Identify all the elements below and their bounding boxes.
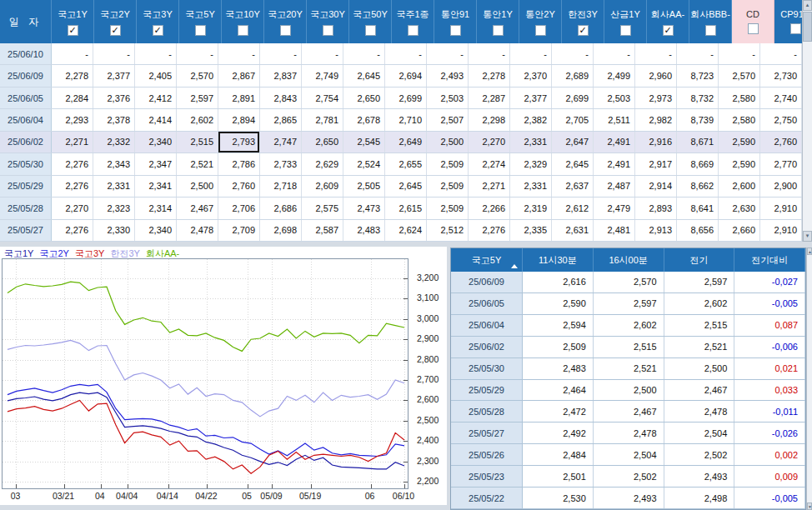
rate-cell[interactable]: 2,491 bbox=[594, 132, 635, 152]
rate-cell[interactable]: 2,973 bbox=[635, 88, 677, 108]
rate-cell[interactable]: 2,867 bbox=[218, 65, 260, 86]
change-cell[interactable]: -0,005 bbox=[734, 293, 805, 314]
rate-cell[interactable]: 2,750 bbox=[760, 109, 802, 130]
change-cell[interactable]: -0,005 bbox=[734, 488, 805, 508]
change-cell[interactable]: 0,021 bbox=[734, 358, 805, 379]
rate-cell[interactable]: 2,747 bbox=[260, 132, 302, 152]
column-header-한전3Y[interactable]: 한전3Y✓ bbox=[562, 0, 604, 43]
rate-cell[interactable]: 2,414 bbox=[135, 109, 177, 130]
column-header-국고10Y[interactable]: 국고10Y bbox=[222, 0, 264, 43]
value-cell[interactable]: 2,570 bbox=[594, 272, 664, 292]
detail-date-cell[interactable]: 25/06/05 bbox=[451, 293, 523, 314]
detail-date-cell[interactable]: 25/05/29 bbox=[451, 380, 523, 401]
change-cell[interactable]: -0,027 bbox=[734, 272, 805, 292]
rate-cell[interactable]: 2,706 bbox=[218, 198, 260, 218]
column-header-산금1Y[interactable]: 산금1Y bbox=[604, 0, 647, 43]
column-checkbox[interactable] bbox=[535, 25, 546, 36]
rate-cell[interactable]: - bbox=[135, 43, 177, 64]
rate-cell[interactable]: 2,412 bbox=[135, 88, 177, 108]
rate-cell[interactable]: 2,893 bbox=[635, 198, 677, 218]
rate-cell[interactable]: - bbox=[719, 43, 760, 64]
rate-cell[interactable]: 2,645 bbox=[552, 153, 594, 174]
value-cell[interactable]: 2,597 bbox=[594, 293, 664, 314]
column-checkbox[interactable] bbox=[620, 25, 631, 36]
rate-cell[interactable]: 2,590 bbox=[719, 132, 760, 152]
rate-cell[interactable]: 2,271 bbox=[469, 176, 510, 197]
rate-cell[interactable]: 2,760 bbox=[218, 176, 260, 197]
column-header-회사BBB-[interactable]: 회사BBB- bbox=[689, 0, 732, 43]
rate-cell[interactable]: - bbox=[302, 43, 343, 64]
rate-cell[interactable]: 2,624 bbox=[385, 220, 427, 241]
value-cell[interactable]: 2,492 bbox=[523, 422, 594, 443]
column-checkbox[interactable] bbox=[408, 25, 419, 36]
date-cell[interactable]: 25/05/28 bbox=[0, 198, 52, 218]
rate-cell[interactable]: 2,278 bbox=[52, 65, 93, 86]
rate-cell[interactable]: 2,615 bbox=[385, 198, 427, 218]
rate-cell[interactable]: 2,982 bbox=[635, 109, 677, 130]
detail-date-cell[interactable]: 25/05/22 bbox=[451, 488, 523, 508]
value-cell[interactable]: 2,500 bbox=[664, 358, 735, 379]
column-header-CD[interactable]: CD bbox=[732, 0, 774, 43]
date-cell[interactable]: 25/06/02 bbox=[0, 132, 52, 152]
rate-cell[interactable]: 2,483 bbox=[343, 220, 385, 241]
date-cell[interactable]: 25/06/04 bbox=[0, 109, 52, 130]
rate-cell[interactable]: 2,660 bbox=[719, 220, 760, 241]
rate-cell[interactable]: 2,891 bbox=[218, 88, 260, 108]
value-cell[interactable]: 2,498 bbox=[664, 488, 735, 508]
rate-cell[interactable]: 2,278 bbox=[469, 65, 510, 86]
rate-cell[interactable]: 2,916 bbox=[635, 132, 677, 152]
change-cell[interactable]: 0,087 bbox=[734, 315, 805, 336]
column-header-통안2Y[interactable]: 통안2Y bbox=[519, 0, 562, 43]
column-checkbox-checked[interactable]: ✓ bbox=[663, 25, 674, 36]
rates-table-scrollbar[interactable]: ▲ ▼ bbox=[802, 0, 812, 242]
rate-cell[interactable]: 2,276 bbox=[52, 153, 93, 174]
rate-cell[interactable]: 2,698 bbox=[260, 220, 302, 241]
rate-cell[interactable]: 2,699 bbox=[552, 88, 594, 108]
rate-cell[interactable]: 2,343 bbox=[93, 153, 135, 174]
rate-cell[interactable]: 2,331 bbox=[510, 132, 552, 152]
rate-cell[interactable]: 2,376 bbox=[93, 88, 135, 108]
rate-cell[interactable]: 2,590 bbox=[719, 153, 760, 174]
rate-cell[interactable]: 2,637 bbox=[552, 176, 594, 197]
rate-cell[interactable]: 2,270 bbox=[52, 198, 93, 218]
rate-cell[interactable]: - bbox=[594, 43, 635, 64]
detail-date-cell[interactable]: 25/05/27 bbox=[451, 422, 523, 443]
value-cell[interactable]: 2,464 bbox=[523, 380, 594, 401]
detail-table-scrollbar[interactable]: ▲ ▼ bbox=[806, 248, 812, 510]
rate-cell[interactable]: 2,266 bbox=[469, 198, 510, 218]
rate-cell[interactable]: 2,473 bbox=[343, 198, 385, 218]
rate-cell[interactable]: 2,377 bbox=[510, 88, 552, 108]
rate-cell[interactable]: 2,503 bbox=[427, 88, 469, 108]
column-header-국고2Y[interactable]: 국고2Y✓ bbox=[94, 0, 137, 43]
rate-cell[interactable]: 2,602 bbox=[177, 109, 218, 130]
rate-cell[interactable]: - bbox=[760, 43, 802, 64]
detail-date-cell[interactable]: 25/05/30 bbox=[451, 358, 523, 379]
rate-cell[interactable]: 2,332 bbox=[93, 132, 135, 152]
rate-cell[interactable]: 2,645 bbox=[385, 176, 427, 197]
rate-cell[interactable]: 2,786 bbox=[218, 153, 260, 174]
rate-cell[interactable]: 2,329 bbox=[510, 153, 552, 174]
rate-cell[interactable]: - bbox=[677, 43, 719, 64]
value-cell[interactable]: 2,597 bbox=[664, 272, 735, 292]
rate-cell[interactable]: 8,662 bbox=[677, 176, 719, 197]
column-checkbox[interactable] bbox=[195, 25, 206, 36]
rate-cell[interactable]: 2,405 bbox=[135, 65, 177, 86]
rate-cell[interactable]: 2,370 bbox=[510, 65, 552, 86]
rate-cell[interactable]: 2,694 bbox=[385, 65, 427, 86]
detail-date-cell[interactable]: 25/05/26 bbox=[451, 444, 523, 465]
rate-cell[interactable]: 8,739 bbox=[677, 109, 719, 130]
rate-cell[interactable]: 2,382 bbox=[510, 109, 552, 130]
change-cell[interactable]: 0,009 bbox=[734, 466, 805, 487]
date-cell[interactable]: 25/06/09 bbox=[0, 65, 52, 86]
rate-cell[interactable]: 2,500 bbox=[177, 176, 218, 197]
rate-cell[interactable]: - bbox=[218, 43, 260, 64]
rate-cell[interactable]: 8,641 bbox=[677, 198, 719, 218]
date-cell[interactable]: 25/05/27 bbox=[0, 220, 52, 241]
rate-cell[interactable]: 2,515 bbox=[177, 132, 218, 152]
value-cell[interactable]: 2,515 bbox=[594, 337, 664, 358]
rate-cell[interactable]: 2,837 bbox=[260, 65, 302, 86]
rate-cell[interactable]: 2,917 bbox=[635, 153, 677, 174]
value-cell[interactable]: 2,602 bbox=[664, 293, 735, 314]
detail-date-cell[interactable]: 25/06/09 bbox=[451, 272, 523, 292]
rate-cell[interactable]: 2,631 bbox=[552, 220, 594, 241]
